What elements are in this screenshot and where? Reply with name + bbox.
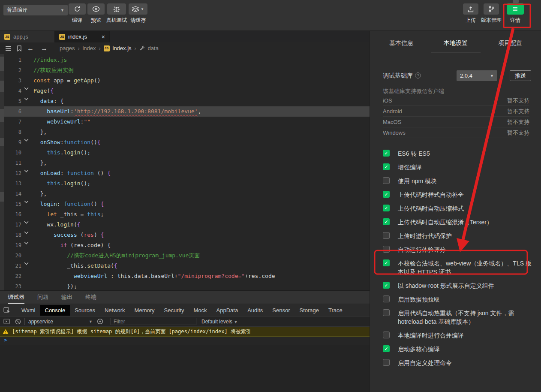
devtools-tab-audits[interactable]: Audits [243,305,267,316]
live-expression-icon[interactable] [97,318,103,325]
settings-option[interactable]: 启用自定义处理命令 [383,359,534,367]
settings-option[interactable]: ✓上传代码时自动压缩样式 [383,204,534,213]
debugger-tab-输出[interactable]: 输出 [61,291,72,304]
checkbox-unchecked-icon[interactable] [383,246,390,253]
nav-forward-icon[interactable]: → [41,45,48,52]
device-debug-button[interactable] [107,3,126,15]
code-editor[interactable]: 1//index.js2//获取应用实例3const app = getApp(… [0,54,370,290]
file-tab[interactable]: JSindex.js× [55,31,110,42]
checkbox-checked-icon[interactable]: ✓ [383,282,390,289]
devtools-tab-security[interactable]: Security [159,305,189,316]
library-version-select[interactable]: 2.0.4 ▼ [457,70,497,81]
checkbox-unchecked-icon[interactable] [383,332,390,338]
console-warning-row[interactable]: [sitemap 索引情况提示] 根据 sitemap 的规则[0]，当前页面 … [0,327,370,337]
settings-option[interactable]: ✓以 shadow-root 形式展示自定义组件 [383,281,534,290]
code-line[interactable]: 9 onShow:function(){ [0,137,370,148]
devtools-tab-wxml[interactable]: Wxml [17,305,40,316]
code-line[interactable]: 17 wx.login({ [0,220,370,230]
code-line[interactable]: 23 }); [0,281,370,290]
code-line[interactable]: 15 login: function() { [0,199,370,209]
devtools-tab-storage[interactable]: Storage [295,305,324,316]
fold-chevron-icon[interactable] [24,96,29,101]
code-line[interactable]: 8 }, [0,127,370,137]
fold-chevron-icon[interactable] [24,261,29,266]
code-line[interactable]: 3const app = getApp() [0,75,370,86]
fold-chevron-icon[interactable] [24,199,29,204]
devtools-tab-sensor[interactable]: Sensor [267,305,295,316]
code-line[interactable]: 10 this.login(); [0,148,370,158]
panel-tab-本地设置[interactable]: 本地设置 [444,39,468,52]
settings-option[interactable]: ✓上传代码时样式自动补全 [383,190,534,199]
settings-option[interactable]: 自动运行体验评分 [383,245,534,254]
checkbox-checked-icon[interactable]: ✓ [383,205,390,211]
code-line[interactable]: 20 //携带code进入H5的miniprogram_jump.vue页面 [0,250,370,261]
help-icon[interactable]: ? [415,72,421,78]
console-filter-input[interactable] [111,318,196,325]
devtools-tab-console[interactable]: Console [40,305,70,316]
code-line[interactable]: 16 let _this = this; [0,209,370,220]
settings-option[interactable]: ✓上传代码时自动压缩混淆（Terser） [383,218,534,226]
settings-option[interactable]: 启用数据预拉取 [383,295,534,304]
checkbox-unchecked-icon[interactable] [383,232,390,239]
checkbox-checked-icon[interactable]: ✓ [383,345,390,352]
checkbox-unchecked-icon[interactable] [383,309,390,316]
devtools-tab-network[interactable]: Network [100,305,130,316]
checkbox-checked-icon[interactable]: ✓ [383,163,390,170]
code-line[interactable]: 14 }, [0,189,370,199]
debugger-tab-问题[interactable]: 问题 [37,291,48,304]
close-icon[interactable]: × [102,33,105,40]
checkbox-checked-icon[interactable]: ✓ [383,191,390,198]
devtools-tab-trace[interactable]: Trace [324,305,347,316]
code-line[interactable]: 2//获取应用实例 [0,65,370,75]
code-line[interactable]: 6 baseUrl:'http://192.168.1.200:8081/mob… [0,106,370,117]
settings-option[interactable]: ✓ES6 转 ES5 [383,149,534,158]
context-selector[interactable]: appservice ▼ [28,319,93,325]
clear-console-icon[interactable] [15,319,21,325]
code-line[interactable]: 13 this.login(); [0,178,370,189]
debugger-tab-调试器[interactable]: 调试器 [8,291,24,304]
fold-chevron-icon[interactable] [24,230,29,235]
breadcrumb-item[interactable]: pages [60,45,75,51]
upload-button[interactable] [463,3,478,15]
code-line[interactable]: 11 }, [0,158,370,168]
code-line[interactable]: 22 webviewUrl :_this.data.baseUrl+"/mini… [0,271,370,281]
file-tab[interactable]: JSapp.js [0,31,55,42]
code-line[interactable]: 1//index.js [0,55,370,65]
breadcrumb-item[interactable]: index [82,45,96,51]
version-control-button[interactable] [484,3,499,15]
checkbox-checked-icon[interactable]: ✓ [383,259,390,266]
nav-back-icon[interactable]: ← [27,45,34,52]
debugger-tab-终端[interactable]: 终端 [85,291,96,304]
preview-button[interactable] [87,3,105,15]
code-line[interactable]: 21 _this.setData({ [0,261,370,271]
panel-tab-项目配置[interactable]: 项目配置 [498,39,522,52]
devtools-tab-mock[interactable]: Mock [189,305,212,316]
code-line[interactable]: 12 onLoad: function () { [0,168,370,178]
devtools-tab-appdata[interactable]: AppData [212,305,243,316]
fold-chevron-icon[interactable] [24,169,29,173]
code-line[interactable]: 7 webviewUrl:"" [0,117,370,127]
settings-option[interactable]: 使用 npm 模块 [383,177,534,185]
compile-mode-select[interactable]: 普通编译 ▼ [3,5,68,15]
settings-option[interactable]: 上传时进行代码保护 [383,232,534,240]
console-output-area[interactable] [0,345,370,392]
settings-option[interactable]: 本地编译时进行合并编译 [383,331,534,340]
details-button[interactable] [507,3,524,15]
checkbox-unchecked-icon[interactable] [383,296,390,302]
fold-chevron-icon[interactable] [24,220,29,225]
checkbox-unchecked-icon[interactable] [383,359,390,366]
checkbox-checked-icon[interactable]: ✓ [383,150,390,157]
bookmark-icon[interactable] [17,45,22,51]
code-line[interactable]: 4Page({ [0,86,370,96]
checkbox-checked-icon[interactable]: ✓ [383,218,390,225]
breadcrumb-item-current[interactable]: index.js [113,45,132,51]
settings-option[interactable]: ✓不校验合法域名、web-view（业务域名）、TLS 版本以及 HTTPS 证… [383,259,534,276]
checkbox-unchecked-icon[interactable] [383,177,390,184]
panel-tab-基本信息[interactable]: 基本信息 [389,39,413,52]
outline-icon[interactable] [5,46,12,51]
devtools-tab-memory[interactable]: Memory [130,305,159,316]
log-levels-select[interactable]: Default levels ▼ [201,319,237,325]
fold-chevron-icon[interactable] [24,86,29,91]
settings-option[interactable]: 启用代码自动热重载（不支持 json 文件，需 hotreload-beta 基… [383,309,534,326]
settings-option[interactable]: ✓启动多核心编译 [383,345,534,353]
